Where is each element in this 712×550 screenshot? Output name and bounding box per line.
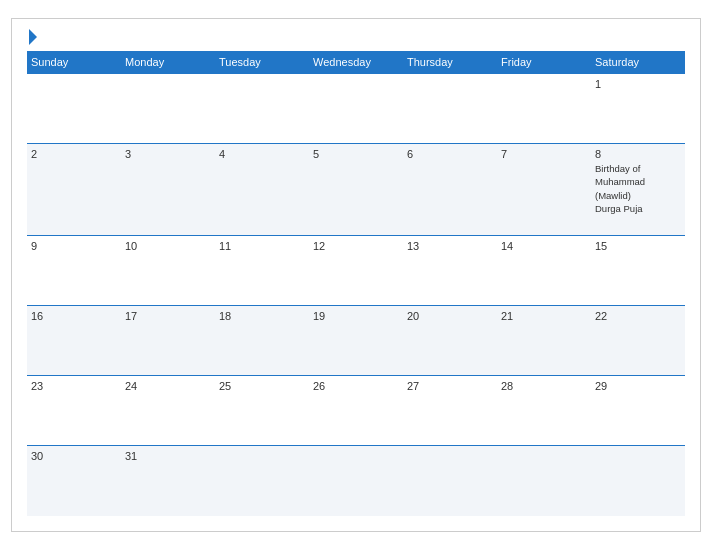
calendar-day-cell: 7 — [497, 144, 591, 236]
calendar-day-cell: 19 — [309, 306, 403, 376]
weekday-header: Friday — [497, 51, 591, 74]
calendar-day-cell: 4 — [215, 144, 309, 236]
day-number: 1 — [595, 78, 681, 90]
calendar-day-cell: 26 — [309, 376, 403, 446]
calendar-day-cell: 22 — [591, 306, 685, 376]
calendar-day-cell: 1 — [591, 74, 685, 144]
day-number: 30 — [31, 450, 117, 462]
calendar-day-cell: 10 — [121, 236, 215, 306]
calendar-container: SundayMondayTuesdayWednesdayThursdayFrid… — [11, 18, 701, 532]
calendar-day-cell: 6 — [403, 144, 497, 236]
day-number: 2 — [31, 148, 117, 160]
calendar-week-row: 2345678Birthday of Muhammad (Mawlid)Durg… — [27, 144, 685, 236]
day-number: 14 — [501, 240, 587, 252]
calendar-day-cell: 28 — [497, 376, 591, 446]
calendar-day-cell — [121, 74, 215, 144]
day-number: 25 — [219, 380, 305, 392]
day-number: 3 — [125, 148, 211, 160]
day-number: 5 — [313, 148, 399, 160]
day-number: 23 — [31, 380, 117, 392]
calendar-day-cell — [215, 74, 309, 144]
calendar-table: SundayMondayTuesdayWednesdayThursdayFrid… — [27, 51, 685, 516]
calendar-day-cell: 12 — [309, 236, 403, 306]
calendar-day-cell: 25 — [215, 376, 309, 446]
day-number: 11 — [219, 240, 305, 252]
calendar-day-cell: 21 — [497, 306, 591, 376]
day-number: 29 — [595, 380, 681, 392]
event-text: Birthday of Muhammad (Mawlid) — [595, 163, 645, 201]
calendar-day-cell: 16 — [27, 306, 121, 376]
weekday-header: Wednesday — [309, 51, 403, 74]
calendar-day-cell: 27 — [403, 376, 497, 446]
calendar-day-cell: 3 — [121, 144, 215, 236]
day-number: 6 — [407, 148, 493, 160]
day-number: 18 — [219, 310, 305, 322]
day-number: 9 — [31, 240, 117, 252]
calendar-week-row: 1 — [27, 74, 685, 144]
logo-triangle-icon — [29, 29, 37, 45]
calendar-header — [27, 29, 685, 45]
day-number: 28 — [501, 380, 587, 392]
day-number: 12 — [313, 240, 399, 252]
day-number: 13 — [407, 240, 493, 252]
calendar-day-cell: 23 — [27, 376, 121, 446]
calendar-day-cell: 15 — [591, 236, 685, 306]
calendar-day-cell — [27, 74, 121, 144]
day-number: 19 — [313, 310, 399, 322]
day-number: 10 — [125, 240, 211, 252]
calendar-day-cell: 13 — [403, 236, 497, 306]
day-number: 16 — [31, 310, 117, 322]
weekday-header: Sunday — [27, 51, 121, 74]
calendar-day-cell — [497, 74, 591, 144]
weekday-header: Thursday — [403, 51, 497, 74]
calendar-day-cell — [309, 74, 403, 144]
calendar-week-row: 16171819202122 — [27, 306, 685, 376]
day-number: 8 — [595, 148, 681, 160]
weekday-header: Tuesday — [215, 51, 309, 74]
day-number: 17 — [125, 310, 211, 322]
calendar-day-cell: 18 — [215, 306, 309, 376]
day-number: 31 — [125, 450, 211, 462]
calendar-body: 12345678Birthday of Muhammad (Mawlid)Dur… — [27, 74, 685, 516]
day-number: 22 — [595, 310, 681, 322]
calendar-day-cell: 31 — [121, 446, 215, 516]
calendar-week-row: 3031 — [27, 446, 685, 516]
weekday-header: Saturday — [591, 51, 685, 74]
calendar-day-cell: 29 — [591, 376, 685, 446]
calendar-day-cell: 30 — [27, 446, 121, 516]
weekday-header: Monday — [121, 51, 215, 74]
day-number: 7 — [501, 148, 587, 160]
calendar-day-cell: 5 — [309, 144, 403, 236]
day-number: 21 — [501, 310, 587, 322]
calendar-week-row: 23242526272829 — [27, 376, 685, 446]
calendar-day-cell: 2 — [27, 144, 121, 236]
calendar-day-cell — [591, 446, 685, 516]
calendar-day-cell: 9 — [27, 236, 121, 306]
day-number: 20 — [407, 310, 493, 322]
calendar-day-cell: 24 — [121, 376, 215, 446]
calendar-day-cell — [215, 446, 309, 516]
calendar-day-cell — [497, 446, 591, 516]
logo-area — [27, 29, 37, 45]
calendar-day-cell — [403, 74, 497, 144]
calendar-week-row: 9101112131415 — [27, 236, 685, 306]
weekday-header-row: SundayMondayTuesdayWednesdayThursdayFrid… — [27, 51, 685, 74]
event-text: Durga Puja — [595, 203, 643, 214]
calendar-day-cell: 20 — [403, 306, 497, 376]
logo-bottom — [27, 29, 37, 45]
calendar-day-cell: 11 — [215, 236, 309, 306]
day-number: 27 — [407, 380, 493, 392]
day-number: 26 — [313, 380, 399, 392]
calendar-day-cell: 17 — [121, 306, 215, 376]
calendar-day-cell — [403, 446, 497, 516]
calendar-day-cell: 14 — [497, 236, 591, 306]
calendar-day-cell: 8Birthday of Muhammad (Mawlid)Durga Puja — [591, 144, 685, 236]
day-number: 4 — [219, 148, 305, 160]
day-number: 15 — [595, 240, 681, 252]
calendar-thead: SundayMondayTuesdayWednesdayThursdayFrid… — [27, 51, 685, 74]
day-number: 24 — [125, 380, 211, 392]
calendar-day-cell — [309, 446, 403, 516]
